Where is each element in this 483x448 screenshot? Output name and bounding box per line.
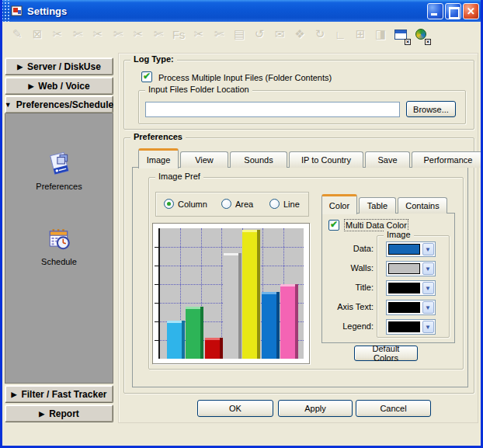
tab-view[interactable]: View (180, 151, 228, 168)
preferences-icon (46, 151, 72, 177)
cut-f-icon: ✂ (189, 25, 209, 43)
image-colors-legend: Image (384, 230, 414, 239)
app-icon (11, 5, 23, 17)
sidebar-item-filter-fast-tracker[interactable]: ▶ Filter / Fast Tracker (5, 385, 113, 403)
cut-s-icon: ✄ (108, 25, 128, 43)
chart-bar (186, 307, 203, 359)
sidebar-item-label: Filter / Fast Tracker (21, 389, 106, 400)
maximize-button[interactable] (445, 3, 461, 19)
edit-icon: ✎ (7, 25, 27, 43)
chart-plot (158, 228, 304, 359)
sidebar-item-label: Web / Voice (38, 81, 89, 92)
sidebar-item-web-voice[interactable]: ▶ Web / Voice (5, 77, 113, 95)
exit-icon[interactable]: ✕ (411, 25, 431, 43)
cut-p-icon: ✄ (68, 25, 88, 43)
chart-bar (280, 284, 298, 359)
stop-icon: ⊠ (27, 25, 47, 43)
sidebar-item-label: Server / DiskUse (27, 61, 101, 72)
schedule-icon (46, 226, 72, 252)
color-swatch (388, 321, 420, 332)
radio-area-label: Area (235, 200, 253, 209)
chevron-right-icon: ▶ (12, 391, 17, 398)
chevron-down-icon[interactable] (422, 262, 434, 275)
preferences-shortcut[interactable]: Preferences (5, 151, 113, 191)
cut-n-icon: ✂ (128, 25, 148, 43)
sidebar-item-label: Preferences/Schedule (16, 99, 113, 110)
sidebar-item-server-diskuse[interactable]: ▶ Server / DiskUse (5, 57, 113, 75)
apply-button[interactable]: Apply (278, 400, 353, 417)
minimize-button[interactable] (427, 3, 443, 19)
folder-location-legend: Input Files Folder Location (145, 85, 252, 94)
window-title: Settings (27, 5, 67, 17)
chevron-down-icon[interactable] (422, 301, 434, 314)
chart-bar (205, 338, 223, 359)
tab-image[interactable]: Image (138, 148, 179, 168)
preferences-legend: Preferences (130, 132, 186, 141)
title-color-dropdown[interactable] (386, 280, 436, 296)
tab-save[interactable]: Save (365, 151, 410, 168)
chart-bar-side (238, 253, 242, 359)
chevron-down-icon[interactable] (422, 321, 434, 333)
chevron-right-icon: ▶ (39, 410, 44, 418)
ok-button[interactable]: OK (197, 400, 273, 417)
walls-color-dropdown[interactable] (386, 261, 436, 276)
multi-data-color-checkbox[interactable] (328, 220, 339, 231)
chevron-down-icon: ▼ (5, 101, 12, 109)
log-type-group: Log Type: Process Multiple Input Files (… (123, 60, 474, 130)
image-pref-group: Image Pref Column Area Line (148, 177, 464, 370)
shortcut-label: Schedule (41, 257, 77, 266)
walls-color-label: Walls: (322, 263, 374, 273)
close-button[interactable] (463, 3, 479, 19)
chevron-right-icon: ▶ (17, 63, 23, 71)
cut-l-icon: ✄ (209, 25, 229, 43)
flower-icon: ❖ (290, 25, 310, 43)
sidebar-item-report[interactable]: ▶ Report (5, 405, 113, 422)
data-color-dropdown[interactable] (386, 241, 436, 257)
axis-text-color-dropdown[interactable] (386, 300, 436, 315)
color-row-legend: Legend: (322, 319, 454, 335)
titlebar-grip (0, 0, 9, 22)
radio-line-label: Line (283, 200, 300, 209)
sidebar-item-label: Report (49, 408, 79, 419)
data-color-label: Data: (322, 244, 374, 253)
tab-performance[interactable]: Performance (412, 151, 483, 168)
chart-bar-side (257, 230, 260, 359)
radio-column[interactable] (164, 199, 174, 209)
chevron-down-icon[interactable] (422, 282, 434, 294)
chart-bar (242, 230, 260, 359)
legend-color-dropdown[interactable] (386, 319, 436, 335)
chart-bar-side (182, 321, 185, 359)
folder-location-input[interactable] (145, 102, 400, 117)
chart-bars (160, 228, 304, 359)
tab-table[interactable]: Table (359, 197, 396, 214)
image-tab-panel: Image Pref Column Area Line (132, 167, 468, 387)
chevron-down-icon[interactable] (422, 243, 434, 255)
tab-sounds[interactable]: Sounds (230, 151, 287, 168)
chart-bar (167, 321, 185, 359)
title-bar: Settings (0, 0, 483, 22)
tab-ip-to-country[interactable]: IP to Country (289, 151, 363, 168)
chart-preview (152, 223, 310, 364)
sidebar-expanded-panel: Preferences (5, 113, 113, 384)
radio-area[interactable] (221, 199, 231, 209)
export-window-icon[interactable]: ✕ (391, 25, 411, 43)
browse-button[interactable]: Browse... (406, 101, 456, 117)
cut-i-icon: ✂ (88, 25, 108, 43)
tab-contains[interactable]: Contains (398, 197, 447, 214)
fs-icon: Fs (169, 25, 189, 43)
color-swatch (388, 283, 420, 293)
radio-line[interactable] (269, 199, 280, 209)
schedule-shortcut[interactable]: Schedule (5, 226, 113, 266)
process-multiple-checkbox[interactable] (141, 71, 152, 82)
cancel-button[interactable]: Cancel (356, 400, 431, 417)
grid-icon: ⊞ (350, 25, 370, 43)
chart-bar (224, 253, 242, 359)
cut-ftp-icon: ✄ (148, 25, 169, 43)
default-colors-button[interactable]: Default Colors (354, 346, 418, 361)
color-tab-bar: Color Table Contains (321, 193, 449, 214)
tab-color[interactable]: Color (321, 194, 357, 214)
chart-bar-side (200, 307, 203, 359)
color-row-axis-text: Axis Text: (322, 300, 454, 315)
chart-type-radio-group: Column Area Line (155, 192, 309, 217)
sidebar-item-preferences-schedule[interactable]: ▼ Preferences/Schedule (5, 96, 113, 113)
